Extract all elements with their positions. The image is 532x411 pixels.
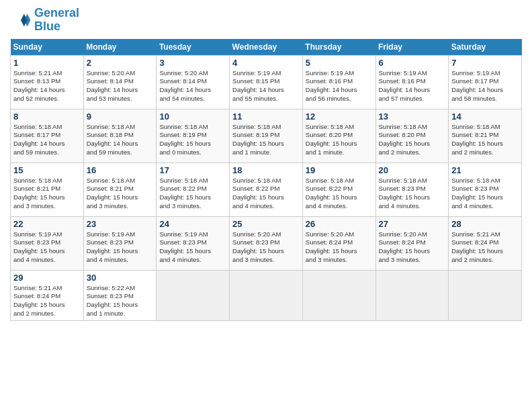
day-info: Sunrise: 5:20 AM Sunset: 8:14 PM Dayligh… [87,69,154,103]
calendar-cell: 11Sunrise: 5:18 AM Sunset: 8:19 PM Dayli… [230,109,303,163]
day-number: 30 [87,273,154,283]
day-info: Sunrise: 5:19 AM Sunset: 8:16 PM Dayligh… [379,69,446,103]
day-info: Sunrise: 5:18 AM Sunset: 8:20 PM Dayligh… [306,123,373,157]
day-number: 25 [232,219,300,229]
day-number: 12 [306,111,373,122]
calendar-cell: 27Sunrise: 5:20 AM Sunset: 8:24 PM Dayli… [375,216,449,270]
day-info: Sunrise: 5:19 AM Sunset: 8:23 PM Dayligh… [87,230,154,265]
calendar-cell: 1Sunrise: 5:21 AM Sunset: 8:13 PM Daylig… [11,55,84,109]
day-info: Sunrise: 5:18 AM Sunset: 8:17 PM Dayligh… [13,123,81,157]
day-info: Sunrise: 5:18 AM Sunset: 8:22 PM Dayligh… [306,177,373,211]
day-number: 15 [13,165,81,175]
calendar-cell [375,270,449,320]
day-number: 27 [379,219,446,229]
calendar-cell: 28Sunrise: 5:21 AM Sunset: 8:24 PM Dayli… [449,216,522,270]
calendar-cell [157,270,230,320]
day-info: Sunrise: 5:18 AM Sunset: 8:23 PM Dayligh… [379,177,446,211]
page-container: General Blue SundayMondayTuesdayWednesda… [0,0,532,328]
logo: General Blue [10,7,79,34]
day-info: Sunrise: 5:20 AM Sunset: 8:24 PM Dayligh… [379,230,446,265]
day-info: Sunrise: 5:20 AM Sunset: 8:23 PM Dayligh… [232,230,300,265]
calendar-table: SundayMondayTuesdayWednesdayThursdayFrid… [10,39,522,321]
calendar-cell: 15Sunrise: 5:18 AM Sunset: 8:21 PM Dayli… [11,163,84,216]
day-info: Sunrise: 5:21 AM Sunset: 8:13 PM Dayligh… [13,69,81,103]
day-number: 21 [451,165,519,175]
calendar-cell: 3Sunrise: 5:20 AM Sunset: 8:14 PM Daylig… [157,55,230,109]
day-info: Sunrise: 5:18 AM Sunset: 8:23 PM Dayligh… [451,177,519,211]
day-number: 24 [159,219,226,229]
calendar-cell: 9Sunrise: 5:18 AM Sunset: 8:18 PM Daylig… [83,109,157,163]
day-info: Sunrise: 5:18 AM Sunset: 8:19 PM Dayligh… [232,123,300,157]
calendar-cell: 17Sunrise: 5:18 AM Sunset: 8:22 PM Dayli… [157,163,230,216]
calendar-cell: 4Sunrise: 5:19 AM Sunset: 8:15 PM Daylig… [230,55,303,109]
day-info: Sunrise: 5:19 AM Sunset: 8:23 PM Dayligh… [13,230,81,265]
calendar-cell [302,270,375,320]
calendar-cell: 5Sunrise: 5:19 AM Sunset: 8:16 PM Daylig… [302,55,375,109]
calendar-cell: 29Sunrise: 5:21 AM Sunset: 8:24 PM Dayli… [11,270,84,320]
day-info: Sunrise: 5:18 AM Sunset: 8:21 PM Dayligh… [451,123,519,157]
day-number: 14 [451,111,519,122]
day-info: Sunrise: 5:18 AM Sunset: 8:19 PM Dayligh… [159,123,226,157]
day-number: 29 [13,273,81,283]
day-number: 26 [306,219,373,229]
calendar-cell: 23Sunrise: 5:19 AM Sunset: 8:23 PM Dayli… [83,216,157,270]
day-info: Sunrise: 5:18 AM Sunset: 8:20 PM Dayligh… [379,123,446,157]
calendar-cell: 22Sunrise: 5:19 AM Sunset: 8:23 PM Dayli… [11,216,84,270]
day-header-monday: Monday [83,39,157,56]
day-number: 13 [379,111,446,122]
day-info: Sunrise: 5:21 AM Sunset: 8:24 PM Dayligh… [13,284,81,318]
day-header-wednesday: Wednesday [230,39,303,56]
day-number: 18 [232,165,300,175]
day-number: 7 [451,58,519,68]
header: General Blue [10,7,522,34]
calendar-cell: 18Sunrise: 5:18 AM Sunset: 8:22 PM Dayli… [230,163,303,216]
day-number: 28 [451,219,519,229]
calendar-header: SundayMondayTuesdayWednesdayThursdayFrid… [11,39,522,56]
day-info: Sunrise: 5:18 AM Sunset: 8:22 PM Dayligh… [232,177,300,211]
calendar-cell: 8Sunrise: 5:18 AM Sunset: 8:17 PM Daylig… [11,109,84,163]
day-info: Sunrise: 5:20 AM Sunset: 8:14 PM Dayligh… [159,69,226,103]
day-info: Sunrise: 5:18 AM Sunset: 8:21 PM Dayligh… [87,177,154,211]
day-number: 2 [87,58,154,68]
calendar-cell: 2Sunrise: 5:20 AM Sunset: 8:14 PM Daylig… [83,55,157,109]
calendar-cell: 6Sunrise: 5:19 AM Sunset: 8:16 PM Daylig… [375,55,449,109]
day-number: 20 [379,165,446,175]
day-info: Sunrise: 5:22 AM Sunset: 8:23 PM Dayligh… [87,284,154,318]
day-number: 4 [232,58,300,68]
calendar-cell: 24Sunrise: 5:19 AM Sunset: 8:23 PM Dayli… [157,216,230,270]
calendar-cell: 12Sunrise: 5:18 AM Sunset: 8:20 PM Dayli… [302,109,375,163]
day-number: 8 [13,111,81,122]
calendar-cell [449,270,522,320]
day-header-friday: Friday [375,39,449,56]
day-header-thursday: Thursday [302,39,375,56]
logo-icon [10,9,32,31]
day-info: Sunrise: 5:19 AM Sunset: 8:16 PM Dayligh… [306,69,373,103]
day-info: Sunrise: 5:18 AM Sunset: 8:18 PM Dayligh… [87,123,154,157]
day-header-saturday: Saturday [449,39,522,56]
calendar-cell: 25Sunrise: 5:20 AM Sunset: 8:23 PM Dayli… [230,216,303,270]
calendar-cell [230,270,303,320]
calendar-cell: 26Sunrise: 5:20 AM Sunset: 8:24 PM Dayli… [302,216,375,270]
calendar-cell: 19Sunrise: 5:18 AM Sunset: 8:22 PM Dayli… [302,163,375,216]
day-number: 5 [306,58,373,68]
calendar-cell: 30Sunrise: 5:22 AM Sunset: 8:23 PM Dayli… [83,270,157,320]
day-number: 11 [232,111,300,122]
day-info: Sunrise: 5:20 AM Sunset: 8:24 PM Dayligh… [306,230,373,265]
day-info: Sunrise: 5:19 AM Sunset: 8:23 PM Dayligh… [159,230,226,265]
day-header-tuesday: Tuesday [157,39,230,56]
day-info: Sunrise: 5:18 AM Sunset: 8:21 PM Dayligh… [13,177,81,211]
day-number: 9 [87,111,154,122]
day-number: 10 [159,111,226,122]
day-number: 3 [159,58,226,68]
day-number: 17 [159,165,226,175]
day-number: 6 [379,58,446,68]
calendar-cell: 10Sunrise: 5:18 AM Sunset: 8:19 PM Dayli… [157,109,230,163]
day-info: Sunrise: 5:19 AM Sunset: 8:17 PM Dayligh… [451,69,519,103]
calendar-cell: 20Sunrise: 5:18 AM Sunset: 8:23 PM Dayli… [375,163,449,216]
day-number: 1 [13,58,81,68]
day-number: 19 [306,165,373,175]
calendar-cell: 7Sunrise: 5:19 AM Sunset: 8:17 PM Daylig… [449,55,522,109]
day-number: 16 [87,165,154,175]
calendar-cell: 21Sunrise: 5:18 AM Sunset: 8:23 PM Dayli… [449,163,522,216]
day-info: Sunrise: 5:21 AM Sunset: 8:24 PM Dayligh… [451,230,519,265]
